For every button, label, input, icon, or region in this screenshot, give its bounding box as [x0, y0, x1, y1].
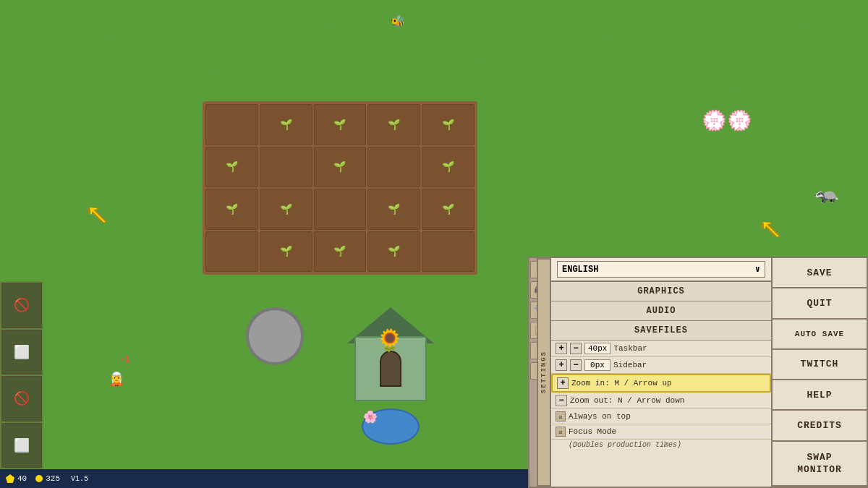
- soil-cell: 🌱: [367, 231, 420, 273]
- always-on-top-label: Always on top: [569, 412, 767, 421]
- zoom-in-button[interactable]: +: [557, 377, 569, 389]
- item-slots-panel: 🚫 ⬜ 🚫 ⬜: [0, 281, 43, 469]
- twitch-button[interactable]: TWITCH: [773, 350, 867, 380]
- game-status-bar: 40 325 V1.5: [0, 469, 528, 488]
- soil-cell: 🌱: [422, 104, 475, 145]
- slot-4: ⬜: [1, 423, 42, 468]
- soil-cell: [205, 231, 258, 273]
- energy-value: 40: [17, 474, 27, 483]
- save-button[interactable]: SAVE: [773, 258, 867, 288]
- soil-cell: [314, 189, 367, 230]
- soil-cell: 🌱: [367, 104, 420, 145]
- language-selector[interactable]: ENGLISH ∨: [551, 258, 771, 282]
- auto-save-button[interactable]: AUTO SAVE: [773, 320, 867, 350]
- zoom-in-label: Zoom in: M / Arrow up: [571, 379, 765, 388]
- swap-monitor-label-line2: MONITOR: [797, 464, 842, 475]
- house-structure: [347, 307, 434, 401]
- soil-cell: 🌱: [260, 189, 312, 230]
- slot-2: ⬜: [1, 330, 42, 375]
- focus-mode-label: Focus Mode: [569, 427, 767, 436]
- version-text: V1.5: [69, 474, 90, 484]
- swap-monitor-label-line1: SWAP: [807, 452, 832, 463]
- sidebar-value: 0px: [584, 359, 610, 371]
- focus-mode-row: ☑ Focus Mode: [551, 424, 771, 440]
- taskbar-minus-button[interactable]: −: [570, 343, 582, 354]
- quit-button[interactable]: QUIT: [773, 288, 867, 319]
- settings-panel: SETTINGS ENGLISH ∨ GRAPHICS AUDIO SAVEFI…: [550, 257, 868, 488]
- language-current: ENGLISH: [562, 265, 598, 275]
- zoom-out-setting-row: − Zoom out: N / Arrow down: [551, 393, 771, 409]
- settings-main-area: ENGLISH ∨ GRAPHICS AUDIO SAVEFILES + − 4…: [551, 258, 867, 487]
- soil-cell: [367, 147, 420, 188]
- bee-sprite: 🐝: [391, 14, 405, 29]
- soil-cell: 🌱: [422, 147, 475, 188]
- taskbar-label: Taskbar: [613, 344, 767, 353]
- settings-options-list: + − 40px Taskbar + − 0px Sidebar + Zoom …: [551, 341, 771, 487]
- player-character: 🧝: [109, 371, 124, 387]
- soil-cell: 🌱: [260, 231, 312, 273]
- settings-sidebar-label: SETTINGS: [537, 258, 551, 487]
- energy-display: 40: [6, 474, 27, 483]
- taskbar-plus-button[interactable]: +: [556, 343, 567, 354]
- soil-cell: 🌱: [314, 104, 367, 145]
- settings-label-text: SETTINGS: [540, 351, 548, 393]
- always-on-top-checkbox[interactable]: ☑: [556, 411, 566, 421]
- settings-left-panel: ENGLISH ∨ GRAPHICS AUDIO SAVEFILES + − 4…: [551, 258, 773, 487]
- soil-cell: [422, 231, 475, 273]
- slot-3: 🚫: [1, 376, 42, 421]
- soil-cell: 🌱: [205, 147, 258, 188]
- zoom-out-button[interactable]: −: [556, 395, 567, 406]
- coin-value: 325: [46, 474, 60, 483]
- house-door: [380, 351, 401, 387]
- farm-soil-top: 🌱 🌱 🌱 🌱 🌱 🌱 🌱 🌱 🌱 🌱 🌱 🌱 🌱 🌱: [203, 101, 477, 275]
- chevron-down-icon: ∨: [755, 264, 760, 275]
- nav-savefiles-button[interactable]: SAVEFILES: [551, 321, 771, 341]
- taskbar-setting-row: + − 40px Taskbar: [551, 341, 771, 357]
- credits-button[interactable]: CREDITS: [773, 411, 867, 441]
- soil-cell: 🌱: [314, 231, 367, 273]
- soil-cell: 🌱: [314, 147, 367, 188]
- damage-text: -1: [119, 354, 131, 365]
- coin-icon: [35, 475, 43, 482]
- taskbar-value: 40px: [584, 343, 610, 354]
- soil-cell: 🌱: [205, 189, 258, 230]
- slot-1: 🚫: [1, 283, 42, 328]
- nav-graphics-button[interactable]: GRAPHICS: [551, 282, 771, 301]
- soil-cell: 🌱: [260, 104, 312, 145]
- always-on-top-row: ☑ Always on top: [551, 409, 771, 424]
- stone-circle: [246, 307, 304, 365]
- coin-display: 325: [35, 474, 60, 483]
- sidebar-setting-row: + − 0px Sidebar: [551, 357, 771, 374]
- sidebar-label: Sidebar: [613, 361, 767, 369]
- sidebar-minus-button[interactable]: −: [570, 359, 582, 371]
- pond: 🌸: [362, 408, 420, 445]
- swap-monitor-button[interactable]: SWAP MONITOR: [773, 442, 867, 487]
- settings-right-panel: SAVE QUIT AUTO SAVE TWITCH HELP CREDITS …: [773, 258, 867, 487]
- nav-audio-button[interactable]: AUDIO: [551, 301, 771, 321]
- focus-mode-subtext: (Doubles production times): [551, 440, 771, 451]
- blue-flowers-sprite: 💮💮: [702, 108, 752, 133]
- soil-cell: 🌱: [367, 189, 420, 230]
- soil-grid: 🌱 🌱 🌱 🌱 🌱 🌱 🌱 🌱 🌱 🌱 🌱 🌱 🌱 🌱: [203, 101, 477, 275]
- soil-cell: [260, 147, 312, 188]
- language-dropdown[interactable]: ENGLISH ∨: [557, 261, 765, 278]
- sunflower-sprite: 🌻: [376, 328, 403, 354]
- sidebar-plus-button[interactable]: +: [556, 359, 567, 371]
- animal-sprite: 🦡: [814, 181, 839, 205]
- version-display: V1.5: [69, 474, 90, 484]
- energy-icon: [6, 474, 14, 483]
- zoom-in-setting-row: + Zoom in: M / Arrow up: [551, 374, 771, 393]
- help-button[interactable]: HELP: [773, 380, 867, 411]
- zoom-out-label: Zoom out: N / Arrow down: [570, 396, 767, 405]
- focus-mode-checkbox[interactable]: ☑: [556, 427, 566, 437]
- soil-cell: 🌱: [422, 189, 475, 230]
- soil-cell: [205, 104, 258, 145]
